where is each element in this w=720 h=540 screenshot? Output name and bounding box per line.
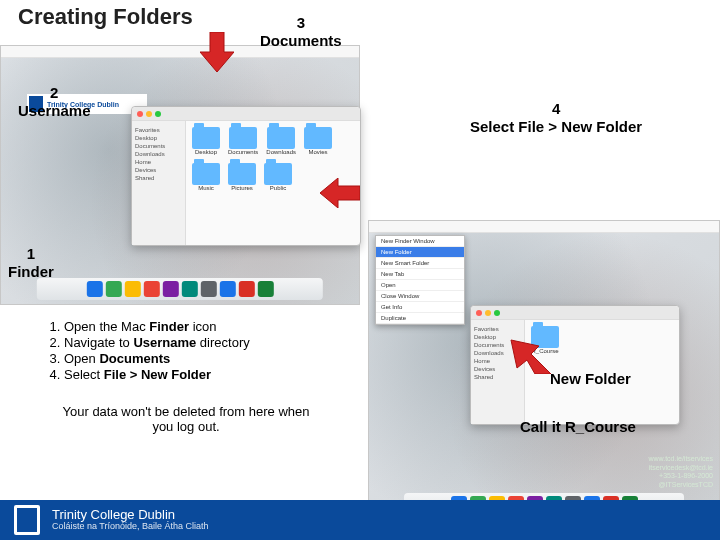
folder-item: Documents bbox=[228, 127, 258, 155]
menu-item: Open bbox=[376, 280, 464, 291]
folder-icon bbox=[192, 127, 220, 149]
sidebar-item: Desktop bbox=[135, 135, 182, 141]
instruction-step: Open Documents bbox=[64, 351, 352, 366]
sidebar-item: Favorites bbox=[135, 127, 182, 133]
mac-menubar bbox=[369, 221, 719, 233]
university-crest-icon bbox=[14, 505, 40, 535]
brand-bar: Trinity College Dublin Coláiste na Tríon… bbox=[0, 500, 720, 540]
menu-item: Close Window bbox=[376, 291, 464, 302]
sidebar-item: Devices bbox=[135, 167, 182, 173]
contact-block: www.tcd.ie/itservicesitservicedesk@tcd.i… bbox=[648, 455, 713, 489]
sidebar-item: Home bbox=[135, 159, 182, 165]
arrow-red-down-icon bbox=[200, 32, 234, 72]
finder-window-documents: FavoritesDesktopDocumentsDownloadsHomeDe… bbox=[470, 305, 680, 425]
menu-item: Get Info bbox=[376, 302, 464, 313]
folder-icon bbox=[267, 127, 295, 149]
finder-sidebar: FavoritesDesktopDocumentsDownloadsHomeDe… bbox=[132, 121, 186, 245]
dock-app-icon bbox=[238, 281, 254, 297]
folder-icon bbox=[304, 127, 332, 149]
finder-titlebar bbox=[132, 107, 360, 121]
sidebar-item: Downloads bbox=[135, 151, 182, 157]
arrow-red-left-icon bbox=[320, 178, 360, 208]
folder-item: Pictures bbox=[228, 163, 256, 191]
menu-item: New Tab bbox=[376, 269, 464, 280]
callout-newfolder: New Folder bbox=[550, 370, 631, 388]
dock bbox=[37, 278, 323, 300]
instruction-step: Navigate to Username directory bbox=[64, 335, 352, 350]
file-menu-dropdown: New Finder WindowNew FolderNew Smart Fol… bbox=[375, 235, 465, 325]
sidebar-item: Documents bbox=[135, 143, 182, 149]
finder-titlebar bbox=[471, 306, 679, 320]
callout-4: 4 Select File > New Folder bbox=[470, 100, 642, 136]
folder-icon bbox=[192, 163, 220, 185]
svg-marker-1 bbox=[320, 178, 360, 208]
folder-item: Music bbox=[192, 163, 220, 191]
folder-item: Desktop bbox=[192, 127, 220, 155]
callout-2: 2 Username bbox=[18, 84, 91, 120]
callout-3: 3 Documents bbox=[260, 14, 342, 50]
dock-app-icon bbox=[219, 281, 235, 297]
svg-marker-2 bbox=[511, 340, 551, 374]
dock-app-icon bbox=[181, 281, 197, 297]
dock-app-icon bbox=[257, 281, 273, 297]
folder-icon bbox=[228, 163, 256, 185]
dock-app-icon bbox=[200, 281, 216, 297]
folder-icon bbox=[229, 127, 257, 149]
instruction-step: Select File > New Folder bbox=[64, 367, 352, 382]
dock-app-icon bbox=[86, 281, 102, 297]
university-name: Trinity College Dublin Coláiste na Tríon… bbox=[52, 508, 209, 532]
slide-title: Creating Folders bbox=[18, 4, 193, 30]
folder-item: Downloads bbox=[266, 127, 296, 155]
finder-window: FavoritesDesktopDocumentsDownloadsHomeDe… bbox=[131, 106, 361, 246]
dock-app-icon bbox=[105, 281, 121, 297]
svg-marker-0 bbox=[200, 32, 234, 72]
menu-item: New Smart Folder bbox=[376, 258, 464, 269]
contact-line: +353-1-896-2000 bbox=[648, 472, 713, 480]
callout-1: 1 Finder bbox=[8, 245, 54, 281]
contact-line: itservicedesk@tcd.ie bbox=[648, 464, 713, 472]
folder-item: Movies bbox=[304, 127, 332, 155]
folder-item: Public bbox=[264, 163, 292, 191]
contact-line: @ITServicesTCD bbox=[648, 481, 713, 489]
callout-rename: Call it R_Course bbox=[520, 418, 636, 436]
menu-item: Duplicate bbox=[376, 313, 464, 324]
menu-item: New Folder bbox=[376, 247, 464, 258]
sidebar-item: Shared bbox=[474, 374, 521, 380]
arrow-red-diag-icon bbox=[505, 330, 551, 374]
dock-app-icon bbox=[162, 281, 178, 297]
menu-item: New Finder Window bbox=[376, 236, 464, 247]
instruction-step: Open the Mac Finder icon bbox=[64, 319, 352, 334]
sidebar-item: Shared bbox=[135, 175, 182, 181]
dock-app-icon bbox=[143, 281, 159, 297]
contact-line: www.tcd.ie/itservices bbox=[648, 455, 713, 463]
folder-icon bbox=[264, 163, 292, 185]
persistence-note: Your data won't be deleted from here whe… bbox=[56, 404, 316, 434]
dock-app-icon bbox=[124, 281, 140, 297]
instructions-list: Open the Mac Finder iconNavigate to User… bbox=[42, 318, 352, 383]
